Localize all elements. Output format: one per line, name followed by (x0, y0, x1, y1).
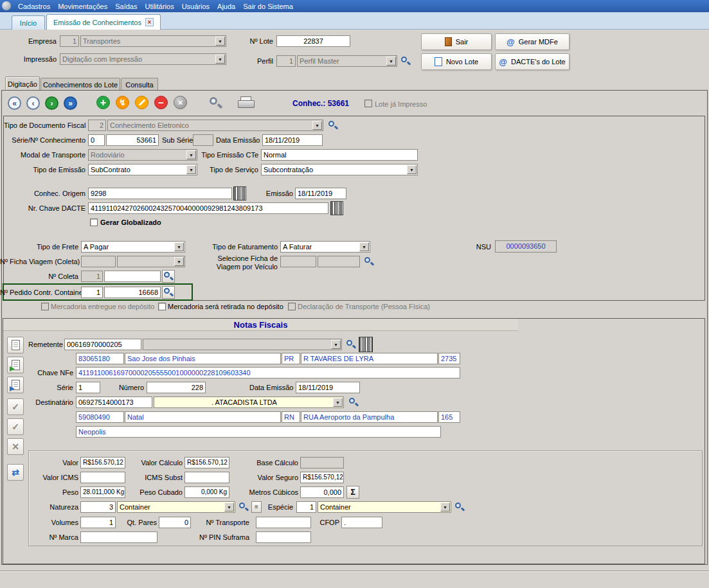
peso-cubado-field[interactable]: 0,000 Kg (184, 486, 229, 498)
menu-cadastros[interactable]: Cadastros (14, 1, 54, 12)
search-record-icon[interactable] (209, 96, 222, 109)
cfop-field[interactable]: . (341, 517, 382, 528)
combo-arrow-icon[interactable]: ▼ (186, 165, 196, 174)
subtab-consulta[interactable]: Consulta (121, 78, 158, 91)
menu-saidas[interactable]: Saídas (111, 1, 141, 12)
tipo-servico-combo[interactable]: Subcontratação ▼ (261, 164, 418, 175)
destinatario-endereco-field[interactable]: RUA Aeroporto da Pampulha (301, 411, 438, 423)
remetente-cidade-field[interactable]: Sao Jose dos Pinhais (125, 353, 281, 364)
cancel-record-button[interactable]: × (174, 96, 187, 109)
nota-serie-field[interactable]: 1 (76, 382, 100, 393)
tab-close-icon[interactable]: × (145, 18, 154, 26)
coleta-number-field[interactable] (104, 271, 161, 282)
tipo-faturamento-combo[interactable]: A Faturar ▼ (280, 241, 370, 253)
natureza-code-field[interactable]: 3 (80, 501, 116, 513)
tipo-emissao-cte-field[interactable]: Normal (261, 149, 418, 161)
mercadoria-retirada-checkbox[interactable] (158, 303, 166, 310)
tab-emissao-conhecimentos[interactable]: Emissão de Conhecimentos × (46, 14, 161, 30)
icms-subst-field[interactable] (184, 472, 229, 483)
subtab-conhecimentos-do-lote[interactable]: Conhecimentos do Lote (40, 78, 120, 91)
add-record-button[interactable]: + (96, 96, 110, 109)
tipo-emissao-combo[interactable]: SubContrato ▼ (88, 164, 197, 175)
data-emissao-field[interactable]: 18/11/2019 (262, 134, 323, 146)
destinatario-doc-field[interactable]: 06927514000173 (76, 396, 152, 408)
new-nota-button[interactable] (7, 337, 24, 353)
dacte-do-lote-button[interactable]: @ DACTE's do Lote (495, 53, 570, 70)
pedido-container-search-button[interactable] (162, 286, 175, 299)
remetente-cep-field[interactable]: 83065180 (76, 353, 124, 364)
natureza-combo[interactable]: Container ▼ (117, 501, 235, 513)
sair-button[interactable]: Sair (421, 33, 492, 50)
confirm-nota-button[interactable]: ✓ (7, 398, 24, 415)
nav-last-button[interactable]: » (64, 96, 77, 110)
tipo-frete-combo[interactable]: A Pagar ▼ (81, 241, 185, 253)
pin-suframa-field[interactable] (256, 531, 311, 543)
menu-movimentacoes[interactable]: Movimentações (54, 1, 111, 12)
menu-sair-do-sistema[interactable]: Sair do Sistema (239, 1, 297, 12)
process-record-button[interactable]: ↯ (116, 96, 129, 109)
edit-record-button[interactable] (135, 96, 148, 109)
pedido-container-code-field[interactable]: 1 (81, 287, 103, 298)
num-transporte-field[interactable] (256, 517, 311, 528)
chave-dacte-field[interactable]: 4119110242702600243257004000009298124380… (88, 202, 328, 214)
remetente-doc-field[interactable]: 00616970000205 (64, 339, 141, 350)
destinatario-cidade-field[interactable]: Natal (125, 411, 281, 423)
remetente-endereco-field[interactable]: R TAVARES DE LYRA (301, 353, 438, 364)
nav-first-button[interactable]: « (8, 96, 21, 110)
valor-calculo-field[interactable]: R$156.570,12 (184, 457, 229, 468)
destinatario-bairro-field[interactable]: Neopolis (76, 426, 441, 438)
especie-combo[interactable]: Container ▼ (318, 501, 451, 513)
tipo-doc-search-icon[interactable] (328, 120, 338, 130)
chave-nfe-field[interactable]: 4119110061697000020555500100000022810960… (76, 367, 460, 379)
num-marca-field[interactable] (80, 531, 157, 543)
destinatario-cep-field[interactable]: 59080490 (76, 411, 124, 423)
combo-arrow-icon[interactable]: ▼ (407, 165, 417, 174)
especie-code-field[interactable]: 1 (296, 501, 316, 513)
combo-arrow-icon[interactable]: ▼ (440, 503, 450, 512)
serie-field[interactable]: 0 (88, 134, 105, 146)
nav-next-button[interactable]: › (45, 96, 58, 110)
valor-icms-field[interactable] (80, 472, 125, 483)
menu-usuarios[interactable]: Usuários (178, 1, 213, 12)
subtab-digitacao[interactable]: Digitação (5, 76, 40, 91)
volumes-field[interactable]: 1 (80, 517, 116, 528)
especie-search-icon[interactable] (454, 502, 465, 512)
confirm-all-notas-button[interactable]: ✓ (7, 418, 24, 435)
nav-prev-button[interactable]: ‹ (26, 96, 40, 110)
remove-record-button[interactable]: − (154, 96, 168, 109)
conhecimento-number-field[interactable]: 53661 (106, 134, 159, 146)
perfil-search-icon[interactable] (400, 56, 411, 66)
destinatario-search-icon[interactable] (348, 397, 359, 407)
lote-field[interactable]: 22837 (276, 35, 350, 47)
peso-field[interactable]: 28.011,000 Kg (80, 486, 125, 498)
remetente-search-icon[interactable] (346, 339, 356, 350)
destinatario-combo[interactable]: . ATACADISTA LTDA ▼ (154, 396, 344, 408)
novo-lote-button[interactable]: Novo Lote (421, 53, 492, 70)
combo-arrow-icon[interactable]: ▼ (331, 340, 341, 349)
menu-utilitarios[interactable]: Utilitários (141, 1, 177, 12)
nota-data-emissao-field[interactable]: 18/11/2019 (296, 382, 360, 393)
copy-nota-button[interactable] (7, 377, 24, 393)
valor-field[interactable]: R$156.570,12 (80, 457, 125, 468)
delete-nota-button[interactable]: ✕ (7, 438, 24, 455)
valor-seguro-field[interactable]: R$156.570,12 (300, 472, 344, 483)
metros-cubicos-field[interactable]: 0,000 (300, 486, 344, 498)
combo-arrow-icon[interactable]: ▼ (174, 242, 184, 251)
remetente-numero-field[interactable]: 2735 (438, 353, 460, 364)
combo-arrow-icon[interactable]: ▼ (359, 242, 369, 251)
menu-ajuda[interactable]: Ajuda (213, 1, 239, 12)
destinatario-numero-field[interactable]: 165 (438, 411, 460, 423)
remetente-uf-field[interactable]: PR (282, 353, 300, 364)
gerar-mdfe-button[interactable]: @ Gerar MDFe (495, 33, 570, 50)
coleta-search-button[interactable] (162, 270, 175, 283)
combo-arrow-icon[interactable]: ▼ (333, 398, 343, 407)
tab-inicio[interactable]: Início (12, 15, 45, 30)
transfer-notas-button[interactable]: ⇄ (7, 464, 24, 481)
print-icon[interactable] (238, 96, 253, 109)
gerar-globalizado-checkbox[interactable] (90, 218, 98, 226)
combo-arrow-icon[interactable]: ▼ (224, 503, 234, 512)
pedido-container-number-field[interactable]: 16668 (104, 287, 161, 298)
destinatario-uf-field[interactable]: RN (282, 411, 300, 423)
metros-cubicos-sum-button[interactable]: Σ (346, 486, 359, 499)
import-nota-button[interactable] (7, 357, 24, 373)
